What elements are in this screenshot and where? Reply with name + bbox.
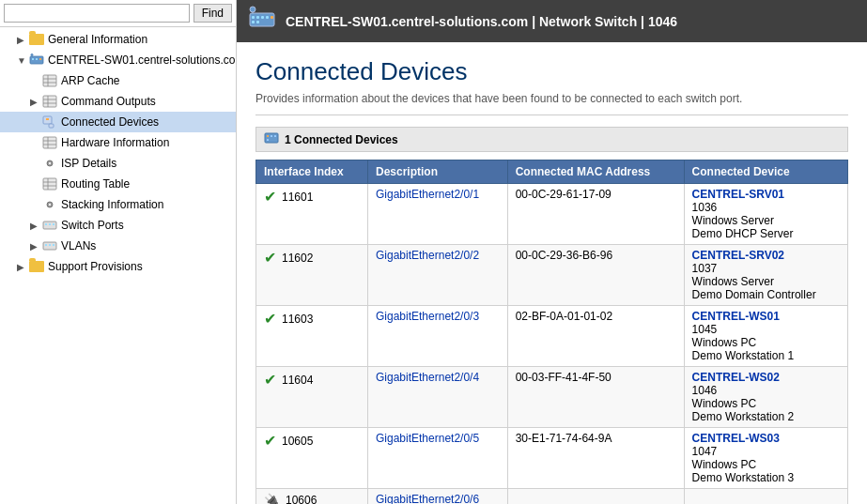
svg-rect-1 [32,58,34,60]
svg-rect-37 [252,16,255,19]
tree-label-connected-devices: Connected Devices [61,115,159,129]
page-subtitle: Provides information about the devices t… [255,92,848,115]
table-row: ✔11603GigabitEthernet2/0/302-BF-0A-01-01… [256,306,848,367]
cell-device-5 [684,489,847,505]
device-line-4-2: Windows PC [692,458,757,471]
cell-index-1: ✔11602 [256,245,368,306]
tree-icon-arp-cache [41,73,58,88]
sidebar-item-general-info[interactable]: ▶ General Information [0,29,236,50]
section-label: 1 Connected Devices [285,133,398,146]
sidebar-item-isp-details[interactable]: ISP Details [0,153,236,174]
svg-rect-16 [43,137,56,148]
svg-rect-47 [267,135,269,137]
svg-rect-38 [256,16,259,19]
device-line-0-2: Windows Server [692,214,774,227]
device-line-3-1: 1046 [692,384,718,397]
tree-label-arp-cache: ARP Cache [61,74,119,87]
tree-label-hardware-information: Hardware Information [61,136,169,149]
device-line-0-3: Demo DHCP Server [692,227,794,240]
sidebar-item-switch-ports[interactable]: ▶ Switch Ports [0,215,236,236]
svg-rect-30 [49,223,51,225]
cell-mac-4: 30-E1-71-74-64-9A [507,428,684,489]
main-body: Connected Devices Provides information a… [237,42,867,504]
tree-icon-stacking-information [41,197,58,212]
main-panel: CENTREL-SW01.centrel-solutions.com | Net… [237,0,867,504]
sidebar-tree: ▶ General Information ▼ CENTREL-SW01.cen… [0,27,236,504]
index-value: 10605 [282,435,313,448]
tree-arrow-command-outputs: ▶ [30,97,41,107]
svg-rect-36 [250,13,274,26]
sidebar-item-routing-table[interactable]: Routing Table [0,174,236,194]
device-line-4-3: Demo Workstation 3 [692,471,795,484]
device-line-0-0: CENTREL-SRV01 [692,188,784,201]
device-line-1-1: 1037 [692,262,718,275]
device-line-2-3: Demo Workstation 1 [692,349,795,362]
sidebar-item-vlans[interactable]: ▶ VLANs [0,236,236,256]
device-line-1-2: Windows Server [692,275,774,288]
cell-index-5: 🔌10606 [256,489,368,505]
svg-rect-50 [274,135,276,137]
sidebar-item-centrel-sw01[interactable]: ▼ CENTREL-SW01.centrel-solutions.com [0,50,236,70]
index-value: 11602 [282,252,313,265]
col-header-connected-mac-address: Connected MAC Address [507,160,684,184]
col-header-connected-device: Connected Device [684,160,847,184]
find-button[interactable]: Find [194,4,232,23]
cell-mac-2: 02-BF-0A-01-01-02 [507,306,684,367]
sidebar-item-support-provisions[interactable]: ▶ Support Provisions [0,256,236,277]
cell-mac-0: 00-0C-29-61-17-09 [507,184,684,245]
tree-icon-support-provisions [28,259,45,274]
svg-point-44 [250,7,255,12]
search-input[interactable] [4,4,190,23]
sidebar-item-command-outputs[interactable]: ▶ Command Outputs [0,91,236,112]
cell-mac-3: 00-03-FF-41-4F-50 [507,367,684,428]
sidebar-search-bar: Find [0,0,236,27]
status-ok-icon: ✔ [264,188,276,206]
tree-icon-command-outputs [41,94,58,109]
device-line-2-2: Windows PC [692,336,757,349]
cell-description-0: GigabitEthernet2/0/1 [368,184,508,245]
sidebar-item-hardware-information[interactable]: Hardware Information [0,132,236,153]
svg-rect-5 [43,75,56,86]
index-value: 11603 [282,313,313,326]
device-line-3-2: Windows PC [692,397,757,410]
cell-mac-5 [507,489,684,505]
tree-label-isp-details: ISP Details [61,157,116,170]
svg-rect-49 [271,135,272,137]
cell-index-3: ✔11604 [256,367,368,428]
svg-rect-33 [45,244,47,246]
sidebar-item-arp-cache[interactable]: ARP Cache [0,70,236,91]
status-warn-icon: 🔌 [264,493,280,504]
tree-arrow-centrel-sw01: ▼ [17,55,28,66]
cell-device-4: CENTREL-WS031047Windows PCDemo Workstati… [684,428,847,489]
svg-rect-34 [49,244,51,246]
tree-label-vlans: VLANs [61,239,96,252]
cell-device-2: CENTREL-WS011045Windows PCDemo Workstati… [684,306,847,367]
svg-rect-2 [36,58,38,60]
svg-rect-35 [53,244,54,246]
tree-label-switch-ports: Switch Ports [61,219,124,232]
index-value: 11601 [282,191,313,204]
svg-rect-15 [49,124,54,128]
tree-icon-connected-devices [41,115,58,130]
header-title: CENTREL-SW01.centrel-solutions.com | Net… [286,14,677,29]
sidebar-item-connected-devices[interactable]: Connected Devices [0,112,236,132]
cell-index-4: ✔10605 [256,428,368,489]
status-ok-icon: ✔ [264,310,276,328]
device-line-1-0: CENTREL-SRV02 [692,249,784,262]
section-icon [264,131,279,147]
cell-description-2: GigabitEthernet2/0/3 [368,306,508,367]
tree-label-routing-table: Routing Table [61,177,130,191]
svg-rect-41 [271,16,273,19]
tree-icon-isp-details [41,156,58,171]
tree-label-stacking-information: Stacking Information [61,198,163,211]
cell-description-1: GigabitEthernet2/0/2 [368,245,508,306]
devices-table: Interface IndexDescriptionConnected MAC … [255,160,848,504]
device-line-2-1: 1045 [692,323,718,336]
cell-mac-1: 00-0C-29-36-B6-96 [507,245,684,306]
cell-index-0: ✔11601 [256,184,368,245]
sidebar: Find ▶ General Information ▼ CENTREL-SW0… [0,0,237,504]
cell-index-2: ✔11603 [256,306,368,367]
device-line-4-1: 1047 [692,445,718,458]
tree-icon-switch-ports [41,218,58,233]
sidebar-item-stacking-information[interactable]: Stacking Information [0,194,236,215]
